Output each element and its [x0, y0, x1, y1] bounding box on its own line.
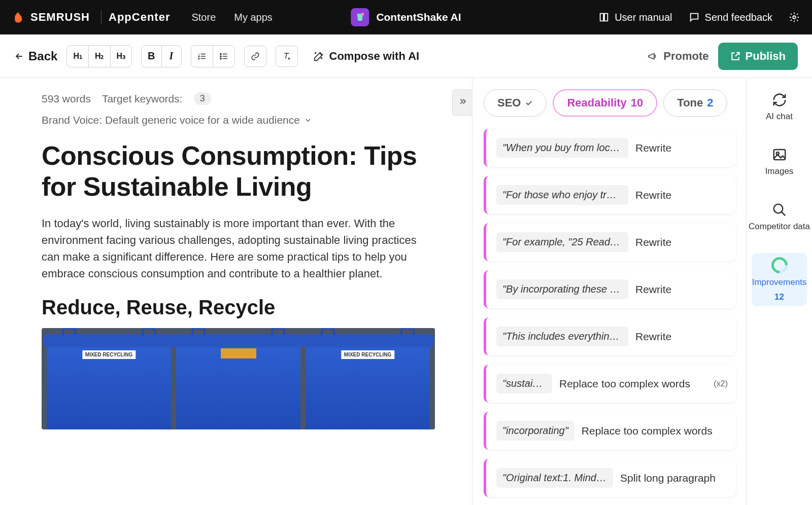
suggestion-count: (x2) [714, 379, 728, 388]
h2-button[interactable]: H₂ [89, 46, 111, 67]
brand-voice-selector[interactable]: Brand Voice: Default generic voice for a… [42, 114, 441, 126]
svg-point-0 [361, 13, 364, 16]
rail-competitor-data[interactable]: Competitor data [747, 198, 812, 236]
suggestion-action: Rewrite [635, 236, 728, 248]
suggestion-list: "When you buy from local f…Rewrite"For t… [484, 129, 736, 497]
chat-icon [689, 12, 700, 23]
suggestion-quote: "For example, "25 Ready-t… [496, 232, 628, 252]
nav-my-apps[interactable]: My apps [234, 12, 273, 23]
suggestion-item[interactable]: "When you buy from local f…Rewrite [484, 129, 736, 167]
suggestion-item[interactable]: "By incorporating these tip…Rewrite [484, 270, 736, 308]
bold-button[interactable]: B [142, 46, 161, 67]
svg-point-2 [220, 53, 221, 54]
send-feedback-link[interactable]: Send feedback [689, 12, 772, 23]
clear-format-button[interactable] [276, 46, 298, 67]
heading-group: H₁ H₂ H₃ [66, 45, 132, 67]
suggestion-action: Replace too complex words [582, 425, 728, 437]
svg-rect-5 [773, 150, 785, 160]
publish-button[interactable]: Publish [718, 43, 798, 70]
check-icon [525, 99, 533, 107]
suggestion-action: Replace too complex words [559, 378, 706, 390]
link-button[interactable] [244, 46, 266, 67]
suggestion-action: Rewrite [635, 189, 728, 201]
topbar: SEMRUSH AppCenter Store My apps ContentS… [0, 0, 812, 34]
suggestion-item[interactable]: "incorporating"Replace too complex words [484, 412, 736, 450]
article-image[interactable]: MIXED RECYCLING MIXED RECYCLING [42, 328, 435, 429]
book-icon [598, 12, 610, 23]
app-name: ContentShake AI [376, 11, 461, 23]
back-button[interactable]: Back [14, 49, 57, 63]
search-icon [772, 202, 787, 218]
flame-icon [12, 10, 26, 24]
compose-ai-button[interactable]: Compose with AI [313, 50, 420, 63]
semrush-logo[interactable]: SEMRUSH AppCenter [12, 10, 170, 24]
suggestion-item[interactable]: "For those who enjoy travel…Rewrite [484, 176, 736, 214]
topbar-right: User manual Send feedback [598, 12, 800, 23]
suggestion-action: Split long paragraph [620, 472, 728, 484]
share-arrow-icon [730, 51, 740, 61]
top-nav: Store My apps [191, 12, 272, 23]
suggestion-action: Rewrite [635, 283, 728, 296]
section-heading[interactable]: Reduce, Reuse, Recycle [42, 296, 441, 319]
suggestion-quote: "sustain… [496, 374, 552, 393]
suggestion-quote: "When you buy from local f… [496, 138, 628, 158]
svg-point-1 [793, 16, 796, 19]
nav-store[interactable]: Store [191, 12, 216, 23]
right-rail: AI chat Images Competitor data Improveme… [746, 78, 812, 505]
brand-text: SEMRUSH [30, 11, 90, 24]
rail-ai-chat[interactable]: AI chat [747, 88, 812, 126]
current-app[interactable]: ContentShake AI [351, 8, 461, 26]
list-group [191, 45, 235, 67]
progress-ring-icon [768, 254, 791, 277]
user-manual-link[interactable]: User manual [598, 12, 672, 23]
ordered-list-button[interactable] [191, 46, 213, 67]
target-keywords-count[interactable]: 3 [194, 92, 211, 105]
article-intro[interactable]: In today's world, living sustainably is … [42, 215, 435, 282]
italic-button[interactable]: I [162, 46, 181, 67]
unordered-list-button[interactable] [213, 46, 234, 67]
target-keywords-label: Target keywords: [102, 93, 183, 105]
megaphone-icon [647, 51, 658, 62]
suggestion-quote: "By incorporating these tip… [496, 279, 628, 299]
format-group: B I [141, 45, 181, 67]
editor-toolbar: Back H₁ H₂ H₃ B I Compose with AI Promot… [0, 34, 812, 78]
editor-pane: 593 words Target keywords: 3 Brand Voice… [0, 78, 472, 505]
main-area: 593 words Target keywords: 3 Brand Voice… [0, 78, 812, 505]
suggestion-item[interactable]: "Original text:1. Mindf…Split long parag… [484, 459, 736, 497]
tab-tone[interactable]: Tone 2 [663, 89, 727, 117]
suggestion-quote: "This includes everything fr… [496, 327, 628, 346]
svg-point-7 [773, 204, 783, 213]
article-title[interactable]: Conscious Consumption: Tips for Sustaina… [42, 140, 441, 203]
tab-seo[interactable]: SEO [484, 89, 547, 117]
word-count: 593 words [42, 93, 91, 105]
suggestion-item[interactable]: "For example, "25 Ready-t…Rewrite [484, 223, 736, 261]
app-icon [351, 8, 369, 26]
appcenter-label: AppCenter [101, 11, 170, 24]
h3-button[interactable]: H₃ [111, 46, 132, 67]
gear-icon[interactable] [789, 12, 800, 23]
refresh-icon [772, 92, 787, 107]
suggestion-quote: "For those who enjoy travel… [496, 185, 628, 205]
chevron-down-icon [304, 116, 312, 124]
tab-readability[interactable]: Readability 10 [553, 89, 657, 117]
suggestions-panel: SEO Readability 10 Tone 2 "When you buy … [472, 78, 746, 505]
suggestion-quote: "incorporating" [496, 421, 574, 441]
editor-meta: 593 words Target keywords: 3 [42, 92, 441, 105]
suggestion-item[interactable]: "This includes everything fr…Rewrite [484, 317, 736, 355]
suggestion-quote: "Original text:1. Mindf… [496, 468, 613, 488]
rail-improvements[interactable]: Improvements 12 [752, 253, 807, 306]
suggestion-item[interactable]: "sustain…Replace too complex words(x2) [484, 365, 736, 403]
collapse-panel-button[interactable] [452, 89, 472, 116]
rail-images[interactable]: Images [747, 143, 812, 181]
suggestion-action: Rewrite [635, 331, 728, 343]
image-icon [772, 147, 787, 162]
chevrons-right-icon [458, 97, 467, 106]
svg-point-3 [220, 55, 221, 56]
improvements-count: 12 [774, 292, 784, 302]
promote-button[interactable]: Promote [647, 50, 708, 63]
wand-icon [313, 51, 324, 62]
suggestion-tabs: SEO Readability 10 Tone 2 [484, 89, 736, 117]
suggestion-action: Rewrite [635, 142, 728, 154]
svg-point-4 [220, 58, 221, 59]
h1-button[interactable]: H₁ [67, 46, 89, 67]
